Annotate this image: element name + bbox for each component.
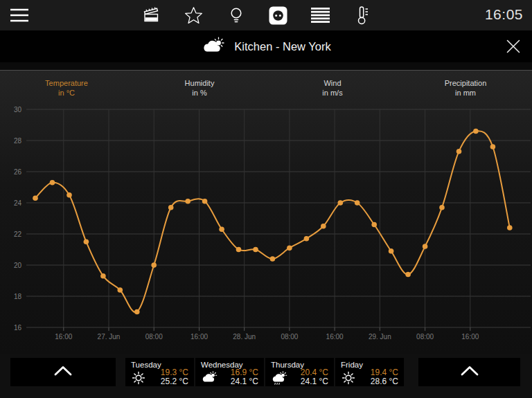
top-icon-row xyxy=(142,0,372,30)
svg-text:30: 30 xyxy=(14,106,22,114)
tab-temperature[interactable]: Temperature in °C xyxy=(0,78,133,98)
chevron-up-icon xyxy=(459,365,480,379)
cloud-sun-icon xyxy=(201,371,218,388)
clock: 16:05 xyxy=(485,6,523,23)
bulb-icon[interactable] xyxy=(227,6,245,25)
svg-text:16:00: 16:00 xyxy=(326,333,344,341)
collapse-right-button[interactable] xyxy=(418,358,520,386)
page-title: Kitchen - New York xyxy=(234,40,330,53)
forecast-bar: Tuesday 19.3 °C 25.2 °C Wednesday xyxy=(0,354,532,398)
svg-text:18: 18 xyxy=(14,293,22,300)
sun-icon xyxy=(131,371,146,388)
chevron-up-icon xyxy=(53,365,73,379)
svg-text:29. Jun: 29. Jun xyxy=(369,333,391,341)
svg-text:16:00: 16:00 xyxy=(461,333,479,341)
tab-wind[interactable]: Wind in m/s xyxy=(266,78,399,98)
forecast-card-thursday[interactable]: Thursday 20.4 °C 24.1 °C xyxy=(265,358,334,386)
thermometer-icon[interactable] xyxy=(353,6,372,25)
rain-sun-icon xyxy=(271,371,287,389)
chart-tabs: Temperature in °C Humidity in % Wind in … xyxy=(0,71,532,98)
collapse-left-button[interactable] xyxy=(10,358,116,386)
forecast-card-tuesday[interactable]: Tuesday 19.3 °C 25.2 °C xyxy=(125,358,194,386)
forecast-card-friday[interactable]: Friday 19.4 °C 28.6 °C xyxy=(335,358,404,386)
socket-icon[interactable] xyxy=(269,6,287,25)
svg-text:27. Jun: 27. Jun xyxy=(98,333,121,341)
top-bar: 16:05 xyxy=(0,0,532,30)
svg-text:20: 20 xyxy=(14,262,22,269)
svg-text:16:00: 16:00 xyxy=(190,333,208,341)
svg-text:26: 26 xyxy=(14,168,22,176)
tab-humidity[interactable]: Humidity in % xyxy=(133,78,266,98)
svg-text:24: 24 xyxy=(14,199,22,207)
temperature-line-chart: 161820222426283016:0027. Jun08:0016:0028… xyxy=(0,100,532,346)
tab-precipitation[interactable]: Precipitation in mm xyxy=(399,78,532,98)
forecast-cards: Tuesday 19.3 °C 25.2 °C Wednesday xyxy=(125,358,404,386)
svg-text:16:00: 16:00 xyxy=(55,333,72,341)
svg-text:22: 22 xyxy=(14,230,22,238)
list-icon[interactable] xyxy=(311,6,330,25)
star-icon[interactable] xyxy=(184,6,203,25)
svg-text:28. Jun: 28. Jun xyxy=(233,333,256,341)
scenes-icon[interactable] xyxy=(142,6,161,25)
svg-text:08:00: 08:00 xyxy=(416,333,434,341)
close-icon[interactable] xyxy=(506,39,521,54)
weather-app-window: 16:05 Kitchen - New York Temperature xyxy=(0,0,532,398)
partly-cloudy-icon xyxy=(201,37,224,57)
svg-text:08:00: 08:00 xyxy=(281,333,298,341)
sun-icon xyxy=(341,371,356,388)
svg-text:16: 16 xyxy=(14,324,22,332)
svg-text:08:00: 08:00 xyxy=(145,333,163,341)
svg-text:28: 28 xyxy=(14,137,22,145)
title-bar: Kitchen - New York xyxy=(0,30,532,62)
menu-icon[interactable] xyxy=(9,8,30,26)
forecast-card-wednesday[interactable]: Wednesday 16.9 °C 24.1 °C xyxy=(195,358,264,386)
